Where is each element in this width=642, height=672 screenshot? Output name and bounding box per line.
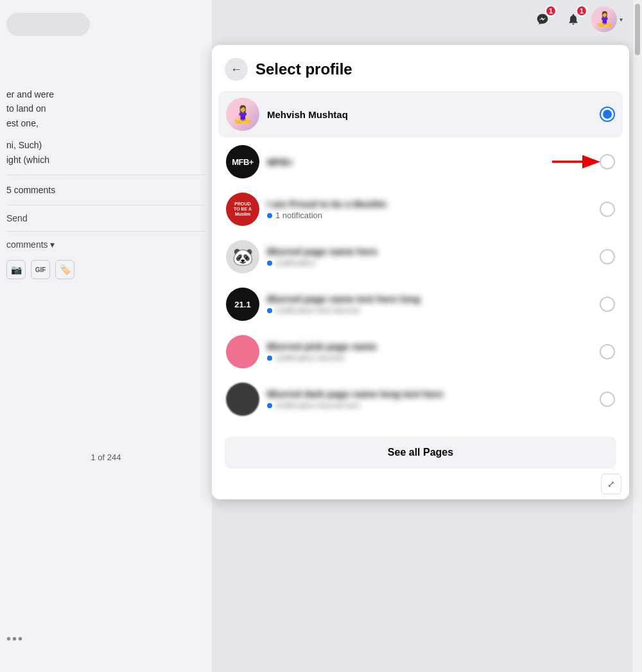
radio-mehvish[interactable] (600, 107, 615, 122)
bg-page-count: 1 of 244 (6, 452, 205, 462)
camera-icon: 📷 (6, 260, 26, 279)
notification-text-pink: notification blurred (275, 353, 343, 363)
radio-panda[interactable] (600, 249, 615, 264)
radio-proud[interactable] (600, 202, 615, 217)
bg-divider-2 (6, 205, 205, 205)
avatar-proud: PROUDTO BE AMuslim (226, 193, 259, 226)
profile-name-proud: I am Proud to be a Muslim (267, 198, 592, 209)
see-all-pages-button[interactable]: See all Pages (225, 436, 616, 469)
profile-name-pink: Blurred pink page name (267, 341, 592, 352)
avatar-dark (226, 383, 259, 416)
notification-text-proud: 1 notification (275, 211, 322, 220)
bell-badge: 1 (576, 5, 587, 17)
profile-name-mfb: MFB+ (267, 157, 592, 168)
scrollbar[interactable] (633, 0, 642, 672)
bg-divider-3 (6, 231, 205, 232)
panel-title: Select profile (256, 60, 352, 78)
scrollbar-thumb[interactable] (635, 4, 640, 55)
profile-info-mehvish: Mehvish Mushtaq (259, 109, 600, 120)
notification-text-panda: notification (275, 258, 315, 268)
bg-dots: ••• (6, 632, 24, 646)
bg-comments-btn: comments ▾ (6, 239, 205, 250)
avatar-chevron-icon: ▾ (620, 16, 623, 23)
expand-icon[interactable]: ⤢ (601, 474, 621, 494)
profile-item-mehvish[interactable]: 🧘‍♀️ Mehvish Mushtaq (218, 91, 623, 137)
notification-dot-proud (267, 213, 272, 218)
messenger-badge: 1 (545, 5, 557, 17)
panel-header: ← Select profile (212, 58, 629, 91)
notification-text-dark: notification blurred text (275, 401, 360, 410)
bg-text-2: ni, Such)ight (which (6, 138, 205, 167)
avatar-mehvish: 🧘‍♀️ (226, 98, 259, 131)
select-profile-panel: ← Select profile 🧘‍♀️ Mehvish Mushtaq MF… (212, 45, 629, 499)
notification-dot-panda (267, 261, 272, 266)
proud-text: PROUDTO BE AMuslim (234, 202, 252, 216)
red-arrow-icon (552, 150, 603, 173)
user-avatar: 🧘‍♀️ (591, 6, 617, 32)
profile-sub-proud: 1 notification (267, 211, 592, 220)
profile-name-panda: Blurred page name here (267, 246, 592, 257)
radio-number[interactable] (600, 297, 615, 312)
profile-sub-dark: notification blurred text (267, 401, 592, 410)
profile-list: 🧘‍♀️ Mehvish Mushtaq MFB+ MFB+ (212, 91, 629, 422)
back-button[interactable]: ← (225, 58, 248, 81)
profile-info-mfb: MFB+ (259, 157, 600, 168)
profile-info-panda: Blurred page name here notification (259, 246, 600, 268)
avatar-mfb: MFB+ (226, 145, 259, 178)
profile-sub-panda: notification (267, 258, 592, 268)
profile-name-number: Blurred page name text here long (267, 293, 592, 304)
see-all-section: See all Pages (212, 424, 629, 469)
notification-dot-pink (267, 356, 272, 361)
notifications-button[interactable]: 1 (560, 6, 586, 32)
notification-dot-dark (267, 403, 272, 408)
profile-item-pink[interactable]: Blurred pink page name notification blur… (218, 329, 623, 375)
bg-text-1: er and wereto land onest one, (6, 87, 205, 130)
avatar-number: 21.1 (226, 288, 259, 321)
bg-comments: 5 comments (6, 183, 205, 197)
bg-icons: 📷 GIF 🏷️ (6, 260, 205, 279)
profile-item-number[interactable]: 21.1 Blurred page name text here long no… (218, 281, 623, 327)
profile-item-panda[interactable]: 🐼 Blurred page name here notification (218, 234, 623, 280)
gif-icon: GIF (31, 260, 50, 279)
avatar-panda: 🐼 (226, 240, 259, 273)
bg-send: Send (6, 213, 205, 223)
profile-info-pink: Blurred pink page name notification blur… (259, 341, 600, 363)
profile-info-dark: Blurred dark page name long text here no… (259, 388, 600, 410)
profile-item-mfb[interactable]: MFB+ MFB+ (218, 139, 623, 185)
profile-name-dark: Blurred dark page name long text here (267, 388, 592, 399)
radio-dark[interactable] (600, 392, 615, 407)
background-content: er and wereto land onest one, ni, Such)i… (0, 0, 212, 672)
radio-pink[interactable] (600, 344, 615, 359)
notification-text-number: notification text blurred (275, 306, 360, 315)
sticker-icon: 🏷️ (55, 260, 74, 279)
profile-info-number: Blurred page name text here long notific… (259, 293, 600, 315)
avatar-pink (226, 335, 259, 368)
profile-sub-number: notification text blurred (267, 306, 592, 315)
notification-dot-number (267, 308, 272, 313)
top-nav: 1 1 🧘‍♀️ ▾ (530, 6, 623, 32)
messenger-button[interactable]: 1 (530, 6, 555, 32)
profile-item-dark[interactable]: Blurred dark page name long text here no… (218, 376, 623, 422)
radio-inner-mehvish (603, 110, 612, 119)
profile-sub-pink: notification blurred (267, 353, 592, 363)
profile-name-mehvish: Mehvish Mushtaq (267, 109, 592, 120)
user-avatar-button[interactable]: 🧘‍♀️ (591, 6, 617, 32)
bottom-icon-area: ⤢ (212, 469, 629, 499)
bg-divider-1 (6, 175, 205, 175)
bg-top-bar (6, 13, 90, 36)
profile-info-proud: I am Proud to be a Muslim 1 notification (259, 198, 600, 220)
profile-item-proud[interactable]: PROUDTO BE AMuslim I am Proud to be a Mu… (218, 186, 623, 232)
avatar-area[interactable]: 🧘‍♀️ ▾ (591, 6, 623, 32)
